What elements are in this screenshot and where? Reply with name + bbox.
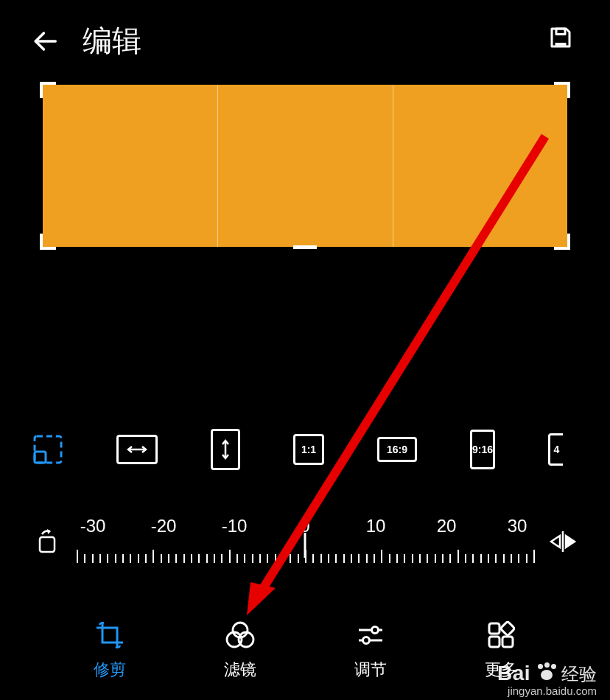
aspect-16-9[interactable]: 16:9 (377, 437, 417, 462)
crop-free-icon (32, 434, 63, 465)
svg-marker-9 (551, 536, 560, 547)
aspect-4-3-partial[interactable]: 4 (548, 433, 563, 466)
nav-filter[interactable]: 滤镜 (224, 619, 256, 681)
adjust-icon (354, 619, 387, 651)
arrow-horizontal-icon (127, 445, 147, 454)
nav-more[interactable]: 更多 (485, 619, 517, 681)
watermark-url: jingyan.baidu.com (497, 685, 597, 697)
aspect-label: 1:1 (301, 444, 316, 455)
nav-label: 修剪 (94, 659, 126, 681)
crop-canvas[interactable] (43, 85, 567, 247)
header: 编辑 (0, 0, 610, 76)
svg-point-17 (362, 637, 369, 644)
aspect-horizontal[interactable] (116, 435, 158, 464)
svg-rect-3 (35, 436, 61, 463)
rotate-icon (32, 527, 62, 556)
aspect-label: 16:9 (387, 444, 407, 455)
aspect-1-1[interactable]: 1:1 (293, 434, 324, 465)
nav-crop[interactable]: 修剪 (94, 619, 126, 681)
aspect-9-16[interactable]: 9:16 (470, 430, 495, 469)
rotation-ruler[interactable]: -30 -20 -10 0 10 20 30 (77, 516, 533, 567)
aspect-label: 9:16 (472, 444, 493, 455)
svg-point-15 (371, 627, 378, 634)
image-preview[interactable] (43, 85, 567, 247)
ruler-center-mark (304, 533, 306, 558)
flip-button[interactable] (548, 527, 578, 556)
aspect-vertical[interactable] (211, 429, 240, 470)
arrow-vertical-icon (221, 439, 230, 460)
svg-rect-18 (489, 623, 499, 634)
back-button[interactable] (29, 26, 60, 57)
nav-label: 更多 (485, 659, 517, 681)
rotation-ruler-area: -30 -20 -10 0 10 20 30 (0, 516, 610, 567)
crop-handle-bl[interactable] (40, 234, 56, 250)
svg-rect-21 (500, 621, 515, 636)
svg-rect-4 (35, 452, 46, 463)
ruler-label: -10 (220, 516, 249, 536)
aspect-label: 4 (554, 444, 560, 455)
save-button[interactable] (545, 22, 576, 53)
aspect-free[interactable] (32, 434, 63, 465)
crop-icon (94, 619, 126, 651)
ruler-label: 10 (361, 516, 390, 536)
nav-adjust[interactable]: 调节 (354, 619, 387, 681)
ruler-label: -30 (78, 516, 108, 536)
aspect-ratio-row: 1:1 16:9 9:16 4 (0, 429, 610, 470)
svg-rect-7 (40, 537, 55, 552)
bottom-nav: 修剪 滤镜 调节 更多 (0, 619, 610, 681)
more-icon (485, 619, 517, 651)
ruler-label: -20 (149, 516, 178, 536)
page-title: 编辑 (83, 21, 141, 61)
nav-label: 调节 (354, 659, 387, 681)
svg-rect-1 (556, 29, 565, 35)
crop-handle-bottom[interactable] (293, 245, 317, 249)
svg-marker-10 (566, 536, 575, 547)
svg-rect-19 (489, 637, 499, 647)
rotate-button[interactable] (32, 527, 62, 556)
crop-grid-line (393, 85, 393, 247)
crop-handle-br[interactable] (554, 234, 570, 250)
ruler-label: 30 (502, 516, 532, 536)
filter-icon (224, 619, 256, 651)
flip-icon (548, 527, 578, 556)
crop-handle-tl[interactable] (40, 82, 56, 98)
nav-label: 滤镜 (224, 659, 256, 681)
ruler-label: 20 (432, 516, 461, 536)
svg-rect-20 (502, 637, 513, 647)
crop-grid-line (217, 85, 218, 247)
crop-handle-tr[interactable] (554, 82, 570, 98)
svg-marker-24 (247, 582, 276, 615)
